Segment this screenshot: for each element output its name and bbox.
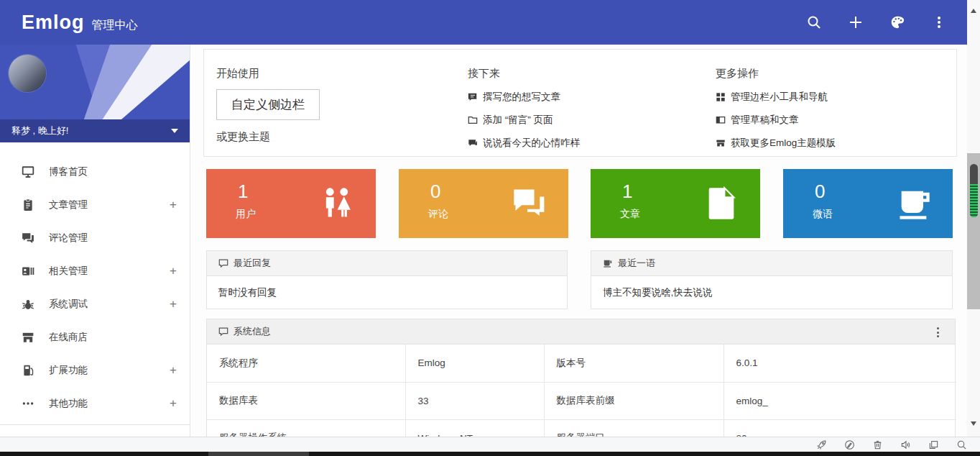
sysinfo-key: 数据库表前缀 xyxy=(544,382,724,419)
sidebar-item-blog-home[interactable]: 博客首页 xyxy=(0,155,190,188)
compose-icon[interactable] xyxy=(844,439,855,450)
sidebar-item-related[interactable]: 相关管理 + xyxy=(0,255,190,288)
sidebar-item-comments[interactable]: 评论管理 xyxy=(0,222,190,255)
mood-chat-icon xyxy=(468,138,478,148)
sidebar-item-online-store[interactable]: 在线商店 xyxy=(0,321,190,354)
expand-plus-icon[interactable]: + xyxy=(170,363,177,378)
sysinfo-key: 系统程序 xyxy=(207,345,405,382)
document-icon xyxy=(703,185,740,222)
sidebar-item-system-debug[interactable]: 系统调试 + xyxy=(0,288,190,321)
sidebar-item-extensions[interactable]: 扩展功能 + xyxy=(0,354,190,387)
table-row: 数据库表 33 数据库表前缀 emlog_ xyxy=(207,382,956,419)
folder-icon xyxy=(468,115,478,125)
manage-drafts-link[interactable]: 管理草稿和文章 xyxy=(716,114,836,127)
rocket-icon[interactable] xyxy=(816,439,827,450)
volume-icon[interactable] xyxy=(900,439,911,450)
sidebar: 释梦 , 晚上好! 博客首页 文章管理 + xyxy=(0,45,190,437)
panel-kebab-icon[interactable] xyxy=(932,326,943,339)
stat-card-comments[interactable]: 0 评论 xyxy=(399,169,568,238)
sidebar-menu: 博客首页 文章管理 + 评论管理 相 xyxy=(0,142,190,420)
brand[interactable]: Emlog 管理中心 xyxy=(22,12,138,34)
sidebar-item-label: 评论管理 xyxy=(49,232,88,245)
recent-word-panel: 最近一语 博主不知要说啥,快去说说 xyxy=(591,250,953,309)
scrollbar[interactable] xyxy=(967,0,980,456)
stat-card-articles[interactable]: 1 文章 xyxy=(591,169,760,238)
emlog-logo: Emlog xyxy=(22,12,85,34)
avatar[interactable] xyxy=(9,55,46,92)
users-icon xyxy=(318,185,356,222)
change-theme-link[interactable]: 或更换主题 xyxy=(216,130,320,144)
recent-word-header: 最近一语 xyxy=(591,251,952,276)
sysinfo-value: 6.0.1 xyxy=(724,345,956,382)
idcard-icon xyxy=(22,265,34,278)
palette-icon[interactable] xyxy=(889,14,905,30)
windows-icon[interactable] xyxy=(928,439,939,450)
stat-card-users[interactable]: 1 用户 xyxy=(206,169,376,238)
sidebar-item-other[interactable]: 其他功能 + xyxy=(0,387,190,420)
recent-reply-header: 最近回复 xyxy=(207,251,567,276)
comments-icon xyxy=(22,232,34,245)
welcome-start-column: 开始使用 自定义侧边栏 或更换主题 xyxy=(216,50,320,144)
expand-plus-icon[interactable]: + xyxy=(170,264,177,278)
stat-card-notes[interactable]: 0 微语 xyxy=(783,169,953,238)
recent-reply-panel: 最近回复 暂时没有回复 xyxy=(206,250,568,309)
welcome-more-column: 更多操作 管理边栏小工具和导航 管理草稿和文章 获取更多Emlog主题模版 xyxy=(716,50,836,150)
sidebar-item-articles[interactable]: 文章管理 + xyxy=(0,188,190,222)
expand-plus-icon[interactable]: + xyxy=(170,297,177,311)
user-strip: 释梦 , 晚上好! xyxy=(0,119,190,142)
sidebar-user-header: 释梦 , 晚上好! xyxy=(0,45,190,142)
search-icon[interactable] xyxy=(806,14,822,30)
user-greeting: 释梦 , 晚上好! xyxy=(11,124,68,137)
cup-icon xyxy=(603,258,613,268)
shop-icon xyxy=(716,138,726,148)
browser-bottom-bar xyxy=(0,437,980,452)
start-title: 开始使用 xyxy=(216,67,320,81)
bug-icon xyxy=(22,298,34,311)
recent-word-body: 博主不知要说啥,快去说说 xyxy=(591,276,952,309)
trash-icon[interactable] xyxy=(872,439,883,450)
next-title: 接下来 xyxy=(468,67,580,81)
stat-label: 微语 xyxy=(813,208,833,221)
post-mood-link[interactable]: 说说看今天的心情咋样 xyxy=(468,137,580,150)
scroll-down-arrow-icon[interactable] xyxy=(971,421,976,426)
more-title: 更多操作 xyxy=(716,67,836,81)
info-bubble-icon xyxy=(218,327,228,337)
expand-plus-icon[interactable]: + xyxy=(170,198,177,212)
admin-center-label: 管理中心 xyxy=(92,18,138,33)
customize-sidebar-button[interactable]: 自定义侧边栏 xyxy=(216,89,320,120)
plus-icon[interactable] xyxy=(848,14,864,30)
empty-word-text: 博主不知要说啥,快去说说 xyxy=(603,286,712,299)
expand-plus-icon[interactable]: + xyxy=(170,396,177,411)
sidebar-item-label: 在线商店 xyxy=(49,331,88,344)
panel-title: 系统信息 xyxy=(234,325,271,338)
sysinfo-value: 33 xyxy=(405,382,544,419)
clipboard-icon xyxy=(22,199,34,211)
manage-widgets-link[interactable]: 管理边栏小工具和导航 xyxy=(716,91,836,104)
sidebar-item-label: 相关管理 xyxy=(49,265,88,278)
scroll-up-arrow-icon[interactable] xyxy=(971,9,976,13)
sidebar-divider xyxy=(0,424,190,425)
write-article-link[interactable]: 撰写您的想写文章 xyxy=(468,91,580,104)
get-themes-link[interactable]: 获取更多Emlog主题模版 xyxy=(716,137,836,150)
stat-value: 0 xyxy=(815,181,833,202)
panel-title: 最近一语 xyxy=(618,257,655,270)
scrollbar-indicator[interactable] xyxy=(970,164,978,217)
stat-label: 文章 xyxy=(620,208,640,221)
plugin-icon xyxy=(22,364,34,377)
stat-label: 用户 xyxy=(236,208,256,221)
system-info-panel: 系统信息 系统程序 Emlog 版本号 6.0.1 数据库表 33 数据库表前缀… xyxy=(206,319,956,456)
stat-value: 1 xyxy=(622,181,640,202)
sidebar-item-label: 系统调试 xyxy=(49,298,88,311)
system-info-header: 系统信息 xyxy=(207,319,955,345)
sidebar-item-label: 扩展功能 xyxy=(49,364,88,377)
sysinfo-key: 版本号 xyxy=(544,345,724,382)
kebab-menu-icon[interactable] xyxy=(931,14,947,30)
widgets-icon xyxy=(716,92,726,102)
chevron-down-icon[interactable] xyxy=(171,129,178,133)
zoom-search-icon[interactable] xyxy=(956,439,967,450)
welcome-panel: 开始使用 自定义侧边栏 或更换主题 接下来 撰写您的想写文章 添加 “留言” 页… xyxy=(203,49,957,157)
sysinfo-value: emlog_ xyxy=(724,382,956,419)
sysinfo-value: Emlog xyxy=(405,345,544,382)
table-row: 系统程序 Emlog 版本号 6.0.1 xyxy=(207,345,956,382)
add-guestbook-page-link[interactable]: 添加 “留言” 页面 xyxy=(468,114,580,127)
